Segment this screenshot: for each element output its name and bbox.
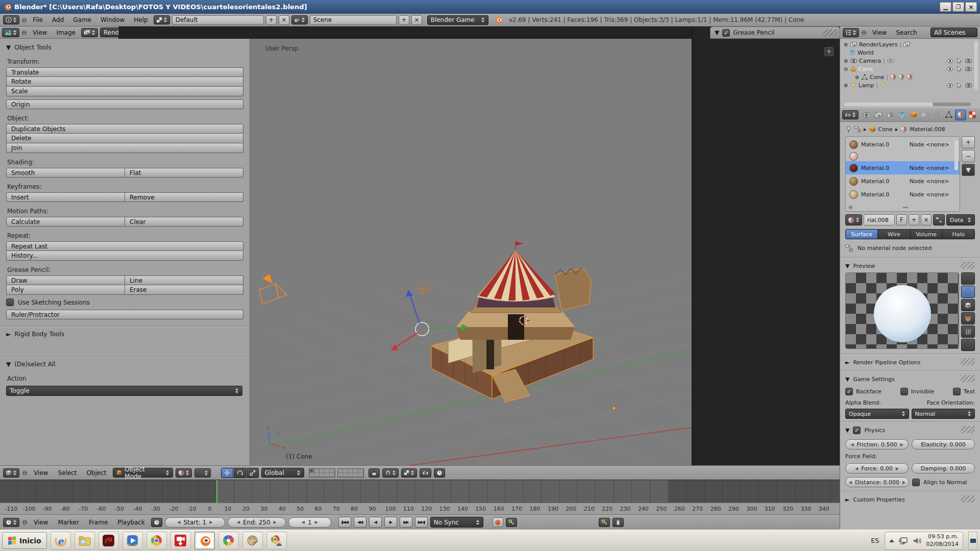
image-datablock-name[interactable]: Rende (100, 28, 118, 37)
taskbar-item-internet-explorer[interactable]: e (51, 532, 71, 549)
mode-dropdown[interactable]: Object Mode (113, 468, 173, 478)
text-checkbox[interactable] (953, 388, 961, 395)
start-button[interactable]: Inicio (3, 532, 47, 549)
halo-tab[interactable]: Halo (943, 229, 975, 239)
gp-draw-button[interactable]: Draw (6, 276, 125, 285)
preview-range-toggle[interactable] (151, 518, 162, 527)
material-slot[interactable]: Material.0 Node <none> (846, 188, 960, 201)
delete-layout-button[interactable]: × (279, 15, 289, 25)
lock-to-scene-toggle[interactable] (369, 468, 380, 478)
visibility-eye-icon[interactable] (947, 83, 953, 88)
gp-line-button[interactable]: Line (125, 276, 243, 285)
panel-drag-grip[interactable] (961, 358, 975, 365)
slot-specials-menu[interactable]: ▼ (962, 164, 975, 176)
maximize-button[interactable]: ❐ (952, 2, 964, 12)
close-button[interactable]: × (965, 2, 977, 12)
delete-keyframe-button[interactable] (612, 518, 624, 527)
selectable-cursor-icon[interactable] (957, 66, 962, 72)
pin-icon[interactable] (845, 126, 852, 133)
increment-arrow[interactable]: ▶ (315, 520, 318, 524)
selectable-cursor-icon[interactable] (957, 83, 962, 88)
menu-window[interactable]: Window (97, 16, 128, 23)
force-slider[interactable]: ◀Force: 0.00▶ (845, 463, 909, 473)
menu-view[interactable]: View (869, 29, 890, 36)
use-nodes-button[interactable] (933, 214, 945, 226)
menu-file[interactable]: File (29, 16, 46, 23)
jump-to-end-button[interactable]: ▶▶▮ (415, 517, 428, 528)
surface-tab[interactable]: Surface (845, 229, 878, 239)
taskbar-item-chrome[interactable] (146, 532, 167, 549)
menu-playback[interactable]: Playback (114, 519, 149, 526)
editor-type-selector[interactable] (843, 28, 859, 37)
scene-name-field[interactable]: Scene (310, 15, 397, 24)
renderable-camera-icon[interactable] (965, 58, 972, 63)
add-scene-button[interactable]: + (399, 15, 409, 25)
auto-keyframe-record-button[interactable] (493, 517, 503, 527)
slot-expand-icon[interactable]: ⊕ (848, 205, 852, 210)
timeline-tracks[interactable] (0, 480, 840, 503)
action-dropdown[interactable]: Toggle (6, 386, 242, 396)
transform-orientation-dropdown[interactable]: Global (261, 468, 304, 478)
layout-name-field[interactable]: Default (172, 15, 264, 24)
visibility-eye-icon[interactable] (947, 59, 953, 63)
collapse-menus-icon[interactable]: ⊖ (22, 469, 28, 477)
editor-type-selector[interactable] (3, 15, 19, 24)
object-tools-panel-header[interactable]: ▼Object Tools (6, 44, 243, 51)
physics-panel-header[interactable]: ▼✓Physics (845, 424, 975, 436)
decrement-arrow[interactable]: ◀ (237, 520, 240, 524)
sketching-sessions-checkbox[interactable] (6, 298, 14, 306)
selectable-cursor-icon[interactable] (957, 58, 962, 64)
duplicate-objects-button[interactable]: Duplicate Objects (6, 124, 243, 134)
increment-arrow[interactable]: ▶ (274, 520, 277, 524)
collapse-menus-icon[interactable]: ⊖ (21, 29, 27, 36)
taskbar-item-file-explorer[interactable] (75, 532, 95, 549)
decrement-arrow[interactable]: ◀ (850, 442, 853, 447)
item-name[interactable]: Cone (859, 66, 873, 72)
friction-slider[interactable]: ◀Friction: 0.500▶ (845, 439, 909, 449)
taskbar-item-media-app[interactable] (99, 532, 119, 549)
panel-drag-grip[interactable] (961, 375, 975, 382)
preview-sphere-button[interactable] (961, 286, 975, 298)
editor-type-selector[interactable] (2, 28, 19, 37)
menu-marker[interactable]: Marker (54, 519, 82, 526)
volume-tab[interactable]: Volume (911, 229, 943, 239)
show-hidden-icons-chevron[interactable] (889, 539, 894, 542)
menu-help[interactable]: Help (130, 16, 151, 23)
add-layout-button[interactable]: + (266, 15, 277, 25)
network-icon[interactable] (899, 537, 908, 545)
language-indicator[interactable]: ES (871, 537, 879, 544)
alpha-blend-dropdown[interactable]: Opaque (845, 409, 909, 419)
end-frame-field[interactable]: ◀End: 250▶ (228, 517, 286, 528)
origin-button[interactable]: Origin (6, 99, 243, 109)
insert-keyframe-button[interactable]: Insert (6, 192, 125, 202)
menu-frame[interactable]: Frame (85, 519, 111, 526)
decrement-arrow[interactable]: ◀ (849, 480, 852, 485)
menu-view[interactable]: View (30, 469, 52, 477)
current-frame-line[interactable] (216, 480, 217, 503)
timeline-ruler[interactable]: -110-100-90-80-70-60-50-40-30-20-1001020… (0, 503, 840, 514)
tray-clock[interactable]: 09:53 p.m. 02/08/2014 (926, 533, 959, 548)
backface-checkbox[interactable]: ✓ (845, 388, 853, 395)
volume-icon[interactable] (913, 537, 922, 545)
outliner-row-renderlayers[interactable]: ⊕ RenderLayers | (843, 40, 977, 48)
panel-drag-grip[interactable] (961, 262, 975, 269)
taskbar-item-windows-media-player[interactable] (122, 532, 143, 549)
decrement-arrow[interactable]: ◀ (302, 520, 305, 524)
start-frame-field[interactable]: ◀Start: 1▶ (165, 517, 225, 528)
tab-object-data[interactable] (943, 110, 954, 120)
distance-slider[interactable]: ◀Distance: 0.000▶ (845, 477, 909, 487)
renderable-camera-icon[interactable] (965, 83, 972, 88)
remove-keyframe-button[interactable]: Remove (125, 192, 243, 202)
wire-tab[interactable]: Wire (878, 229, 910, 239)
damping-slider[interactable]: Damping: 0.000 (912, 463, 975, 473)
preview-panel-header[interactable]: ▼Preview (845, 260, 975, 271)
link-data-dropdown[interactable]: Data (946, 214, 975, 226)
panel-drag-grip[interactable] (961, 426, 975, 433)
translate-manipulator-button[interactable] (221, 468, 233, 478)
increment-arrow[interactable]: ▶ (896, 466, 899, 471)
panel-resize-grip[interactable] (823, 29, 838, 37)
delete-scene-button[interactable]: × (411, 15, 422, 25)
taskbar-item-video-downloader[interactable] (170, 532, 191, 549)
item-name[interactable]: Lamp (859, 82, 874, 89)
ruler-protractor-button[interactable]: Ruler/Protractor (6, 310, 243, 319)
